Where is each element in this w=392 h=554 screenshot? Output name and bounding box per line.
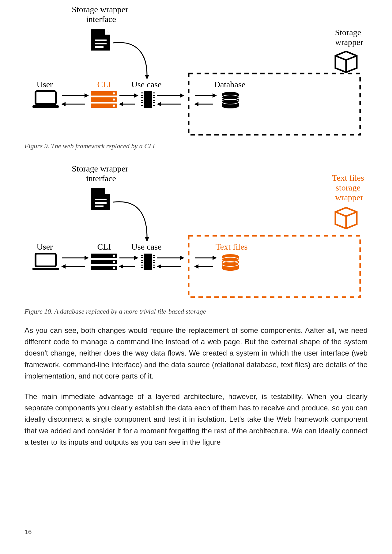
svg-rect-25	[141, 97, 143, 98]
label-cli: CLI	[97, 80, 111, 89]
svg-rect-72	[141, 262, 143, 263]
svg-point-17	[113, 105, 115, 107]
svg-rect-28	[141, 105, 143, 106]
svg-rect-24	[141, 95, 143, 96]
database-icon	[222, 254, 239, 271]
svg-rect-46	[95, 199, 107, 200]
svg-rect-6	[36, 91, 56, 104]
figure-9-caption: Figure 9. The web framework replaced by …	[24, 142, 368, 150]
label-cli: CLI	[97, 242, 111, 251]
svg-marker-84	[157, 264, 161, 269]
svg-rect-78	[153, 262, 155, 263]
chip-icon	[141, 91, 155, 108]
arrow-usecase-in1	[157, 102, 181, 106]
svg-marker-55	[85, 256, 89, 260]
svg-point-13	[113, 92, 115, 95]
svg-marker-36	[180, 93, 184, 98]
svg-rect-30	[153, 95, 155, 96]
svg-marker-40	[213, 93, 217, 98]
arrow-boundary-to-db	[195, 93, 217, 98]
figure-10: Storage wrapper interface Text files sto…	[24, 159, 368, 315]
figure-10-caption: Figure 10. A database replaced by a more…	[24, 307, 368, 315]
svg-marker-65	[134, 256, 138, 260]
document-icon	[91, 29, 110, 51]
svg-point-15	[113, 99, 115, 101]
arrow-usecase-to-cli	[119, 102, 135, 106]
svg-rect-71	[141, 260, 143, 261]
svg-rect-22	[144, 91, 152, 108]
svg-rect-2	[95, 46, 104, 48]
svg-marker-67	[119, 264, 123, 269]
arrow-files-to-boundary	[194, 264, 213, 269]
server-icon	[91, 254, 117, 270]
paragraph-2: The main immediate advantage of a layere…	[24, 391, 368, 448]
svg-rect-31	[153, 97, 155, 98]
svg-marker-86	[213, 256, 217, 260]
svg-rect-70	[141, 257, 143, 258]
svg-rect-48	[95, 205, 104, 207]
svg-rect-80	[153, 267, 155, 268]
laptop-icon	[32, 254, 59, 270]
curve-arrow-interface-to-usecase	[113, 202, 149, 242]
svg-marker-49	[145, 237, 149, 242]
svg-point-59	[113, 255, 115, 257]
svg-rect-77	[153, 260, 155, 261]
svg-marker-38	[157, 102, 161, 106]
figure-9-diagram: Storage wrapper interface Storage wrappe…	[24, 0, 368, 138]
curve-arrow-interface-to-usecase	[113, 43, 149, 80]
svg-rect-0	[95, 40, 107, 41]
arrow-cli-to-usecase	[119, 256, 138, 260]
arrow-user-to-cli	[62, 93, 89, 98]
svg-rect-47	[95, 202, 107, 204]
figure-10-diagram: Storage wrapper interface Text files sto…	[24, 159, 368, 303]
figure-9: Storage wrapper interface Storage wrappe…	[24, 0, 368, 150]
label-storage-wrapper-interface: Storage wrapper interface	[72, 5, 130, 24]
svg-rect-7	[32, 105, 59, 108]
label-storage-wrapper-interface: Storage wrapper interface	[72, 164, 130, 183]
label-storage-wrapper: Storage wrapper	[335, 28, 364, 47]
svg-point-63	[113, 267, 115, 269]
svg-marker-82	[180, 256, 184, 260]
label-user: User	[37, 242, 53, 251]
server-icon	[91, 91, 117, 108]
database-icon	[222, 92, 239, 108]
arrow-usecase-out1	[157, 256, 184, 260]
arrow-db-to-boundary	[194, 102, 213, 106]
svg-rect-53	[32, 268, 59, 270]
chip-icon	[141, 254, 155, 270]
label-user: User	[37, 80, 53, 89]
svg-marker-9	[85, 93, 89, 98]
svg-point-61	[113, 261, 115, 263]
cube-icon	[335, 208, 357, 228]
svg-rect-76	[153, 257, 155, 258]
dashed-boundary	[189, 236, 360, 297]
cube-icon	[335, 51, 357, 72]
svg-marker-57	[61, 264, 66, 269]
svg-rect-34	[153, 105, 155, 106]
laptop-icon	[32, 91, 59, 108]
svg-rect-23	[141, 92, 143, 93]
svg-rect-27	[141, 102, 143, 103]
label-text-files: Text files	[216, 242, 248, 251]
arrow-usecase-in1	[157, 264, 181, 269]
label-database: Database	[214, 80, 246, 89]
svg-rect-74	[141, 267, 143, 268]
footer-rule	[24, 520, 368, 520]
svg-marker-11	[61, 102, 66, 106]
arrow-boundary-to-files	[195, 256, 217, 260]
svg-marker-19	[134, 93, 138, 98]
svg-rect-26	[141, 100, 143, 101]
svg-rect-69	[141, 255, 143, 256]
svg-rect-73	[141, 265, 143, 266]
svg-rect-52	[36, 254, 56, 266]
svg-marker-3	[145, 75, 149, 80]
label-text-files-wrapper: Text files storage wrapper	[332, 173, 366, 202]
arrow-cli-to-user	[61, 102, 85, 106]
svg-rect-75	[153, 255, 155, 256]
svg-marker-42	[194, 102, 198, 106]
svg-rect-68	[144, 254, 152, 270]
arrow-user-to-cli	[62, 256, 89, 260]
arrow-cli-to-user	[61, 264, 85, 269]
paragraph-1: As you can see, both changes would requi…	[24, 325, 368, 382]
document-icon	[91, 188, 110, 210]
